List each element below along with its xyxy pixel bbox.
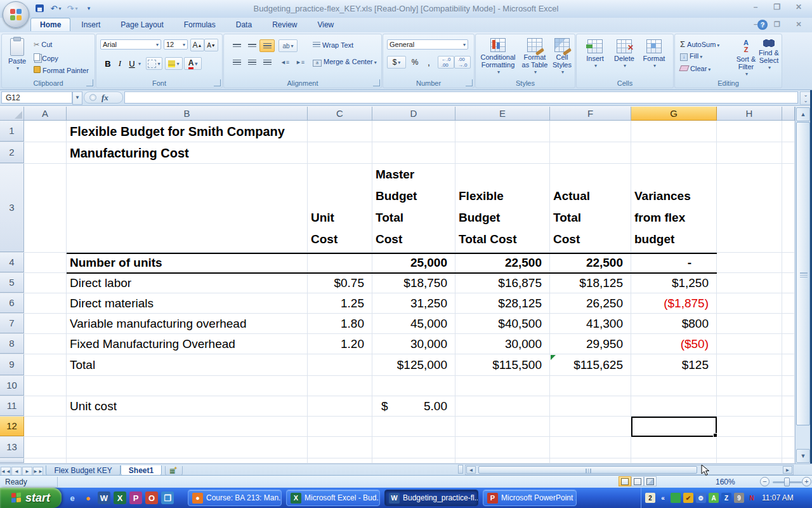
- select-all-button[interactable]: [0, 107, 24, 121]
- cell-D[interactable]: [372, 458, 455, 463]
- cell-F2[interactable]: [550, 142, 631, 163]
- cell-H3[interactable]: [717, 164, 782, 252]
- font-color-button[interactable]: A▾: [184, 57, 202, 70]
- row-header-1[interactable]: 1: [0, 121, 24, 142]
- column-header-D[interactable]: D: [372, 107, 455, 121]
- cell-A5[interactable]: [24, 273, 67, 293]
- underline-button[interactable]: U: [126, 57, 138, 70]
- row-header-5[interactable]: 5: [0, 273, 24, 293]
- cell-F11[interactable]: [550, 396, 631, 416]
- row-header-4[interactable]: 4: [0, 253, 24, 272]
- cell-E13[interactable]: [455, 437, 550, 458]
- format-cells-button[interactable]: Format▾: [640, 39, 668, 70]
- cell-G11[interactable]: [631, 396, 717, 416]
- cell-B13[interactable]: [67, 437, 308, 458]
- tools-icon[interactable]: ⚙: [696, 493, 706, 503]
- accounting-format-button[interactable]: $▾: [387, 56, 406, 69]
- cell-H4[interactable]: [717, 253, 782, 272]
- ribbon-tab-review[interactable]: Review: [263, 18, 306, 31]
- taskbar-button-word[interactable]: WBudgeting_practice-fl...: [384, 490, 478, 506]
- cell-E[interactable]: [455, 458, 550, 463]
- horizontal-scrollbar[interactable]: ◄ ►: [465, 465, 794, 475]
- zoom-in-icon[interactable]: +: [802, 477, 811, 486]
- agent-a-icon[interactable]: A: [709, 493, 719, 503]
- cell-A10[interactable]: [24, 376, 67, 396]
- ribbon-tab-page-layout[interactable]: Page Layout: [111, 18, 173, 31]
- name-box[interactable]: G12: [1, 91, 72, 104]
- row-header-13[interactable]: 13: [0, 437, 24, 458]
- cell-E10[interactable]: [455, 376, 550, 396]
- scroll-down-icon[interactable]: ▼: [796, 449, 810, 463]
- cell-H12[interactable]: [717, 417, 782, 436]
- clear-button[interactable]: Clear▾: [680, 65, 710, 72]
- column-header-F[interactable]: F: [550, 107, 631, 121]
- cell-7[interactable]: [782, 314, 795, 333]
- explorer-icon[interactable]: ❐: [161, 491, 174, 504]
- number-format-combo[interactable]: General▾: [387, 39, 468, 50]
- align-bottom-button[interactable]: [259, 39, 275, 52]
- cell-F10[interactable]: [550, 376, 631, 396]
- novell-n-icon[interactable]: N: [747, 493, 757, 503]
- cell-A4[interactable]: [24, 253, 67, 272]
- cell-A[interactable]: [24, 458, 67, 463]
- cell-H13[interactable]: [717, 437, 782, 458]
- cell-A8[interactable]: [24, 334, 67, 354]
- formula-input[interactable]: [124, 91, 798, 104]
- ribbon-tab-insert[interactable]: Insert: [72, 18, 110, 31]
- align-top-button[interactable]: [229, 39, 244, 52]
- shield-icon[interactable]: ✔: [683, 493, 693, 503]
- tab-split-handle[interactable]: [458, 465, 463, 474]
- zone-z-icon[interactable]: Z: [721, 493, 731, 503]
- cell-10[interactable]: [782, 376, 795, 396]
- row-header-6[interactable]: 6: [0, 293, 24, 313]
- font-dialog-launcher-icon[interactable]: [214, 79, 221, 86]
- delete-cells-button[interactable]: ✕ Delete▾: [611, 39, 638, 70]
- insert-function-icon[interactable]: fx: [102, 93, 108, 103]
- fill-button[interactable]: ↓ Fill▾: [680, 52, 702, 61]
- align-left-button[interactable]: [229, 56, 244, 69]
- decrease-decimal-button[interactable]: .00→.0: [454, 56, 471, 69]
- cell-E1[interactable]: [455, 121, 550, 142]
- row-header-10[interactable]: 10: [0, 376, 24, 396]
- cell-D2[interactable]: [372, 142, 455, 163]
- worksheet-grid[interactable]: ABCDEFGH 1Flexible Budget for Smith Comp…: [0, 107, 810, 464]
- cell-A12[interactable]: [24, 417, 67, 436]
- page-break-view-icon[interactable]: [644, 476, 657, 486]
- cell-C13[interactable]: [308, 437, 372, 458]
- increase-indent-button[interactable]: ►≡: [292, 56, 308, 69]
- bold-button[interactable]: B: [102, 57, 114, 70]
- restore-button[interactable]: ❐: [769, 3, 785, 13]
- cell-B3[interactable]: [67, 164, 308, 252]
- align-center-button[interactable]: [244, 56, 259, 69]
- cell-styles-button[interactable]: Cell Styles▾: [551, 38, 573, 76]
- cell-C1[interactable]: [308, 121, 372, 142]
- cell-[interactable]: [782, 458, 795, 463]
- cell-F13[interactable]: [550, 437, 631, 458]
- cell-B12[interactable]: [67, 417, 308, 436]
- cell-H7[interactable]: [717, 314, 782, 333]
- cell-E11[interactable]: [455, 396, 550, 416]
- scroll-left-icon[interactable]: ◄: [466, 466, 476, 474]
- zoom-out-icon[interactable]: −: [760, 477, 769, 486]
- cell-5[interactable]: [782, 273, 795, 293]
- row-header-12[interactable]: 12: [0, 417, 24, 436]
- format-as-table-button[interactable]: Format as Table▾: [520, 38, 549, 76]
- cell-F1[interactable]: [550, 121, 631, 142]
- cell-H1[interactable]: [717, 121, 782, 142]
- column-header-H[interactable]: H: [717, 107, 782, 121]
- office-button[interactable]: [3, 1, 29, 28]
- percent-style-button[interactable]: %: [407, 56, 422, 69]
- italic-button[interactable]: I: [114, 57, 126, 70]
- outlook-icon[interactable]: O: [145, 491, 158, 504]
- column-header-C[interactable]: C: [308, 107, 372, 121]
- fill-color-button[interactable]: ▾: [165, 57, 183, 70]
- row-header-3[interactable]: 3: [0, 164, 24, 252]
- cell-13[interactable]: [782, 437, 795, 458]
- normal-view-icon[interactable]: [619, 476, 631, 486]
- excel-icon[interactable]: X: [114, 491, 126, 504]
- merge-center-button[interactable]: a Merge & Center▾: [313, 58, 377, 67]
- cell-F[interactable]: [550, 458, 631, 463]
- cell-2[interactable]: [782, 142, 795, 163]
- vertical-scrollbar[interactable]: ▲ ▼: [795, 107, 810, 464]
- cell-H[interactable]: [717, 458, 782, 463]
